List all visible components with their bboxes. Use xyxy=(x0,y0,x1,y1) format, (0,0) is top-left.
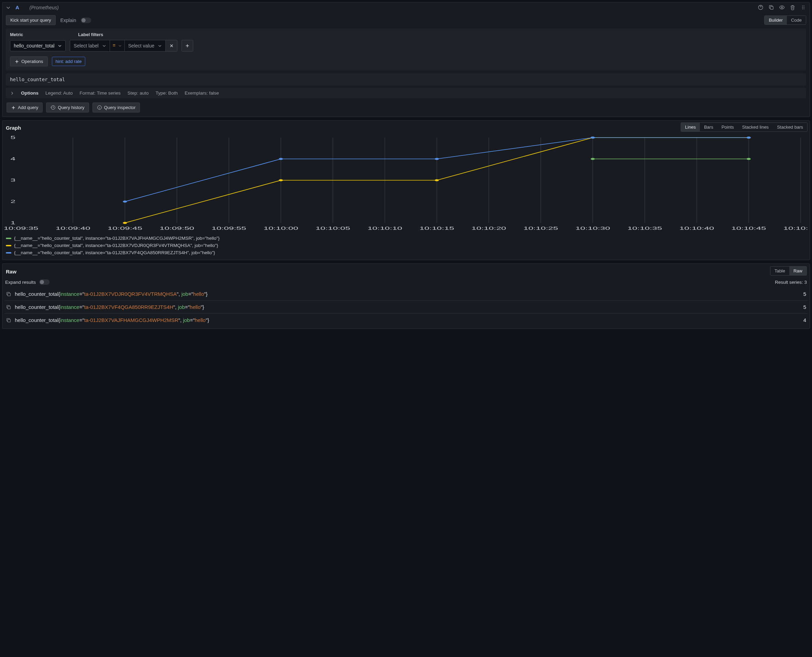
datasource-label: (Prometheus) xyxy=(29,5,59,10)
chevron-down-icon xyxy=(118,44,122,47)
svg-text:1: 1 xyxy=(11,220,16,225)
legend-swatch xyxy=(6,245,11,246)
svg-point-55 xyxy=(435,158,439,160)
graph-mode-segmented: LinesBarsPointsStacked linesStacked bars xyxy=(681,123,807,132)
explain-label: Explain xyxy=(61,17,76,23)
label-filters-heading: Label filters xyxy=(78,32,103,37)
svg-point-53 xyxy=(123,201,127,202)
svg-point-8 xyxy=(804,9,804,9)
legend-item[interactable]: {__name__="hello_counter_total", instanc… xyxy=(6,235,806,242)
svg-rect-1 xyxy=(770,6,773,9)
chevron-down-icon xyxy=(58,44,62,48)
expand-results-label: Expand results xyxy=(5,280,36,285)
expand-results-toggle[interactable] xyxy=(39,279,50,285)
raw-result-row: hello_counter_total{instance="ta-01J2BX7… xyxy=(5,288,807,300)
help-icon[interactable] xyxy=(758,5,764,10)
add-query-button[interactable]: Add query xyxy=(6,103,43,112)
query-options-row[interactable]: Options Legend: Auto Format: Time series… xyxy=(6,88,806,98)
chevron-right-icon xyxy=(10,91,14,95)
options-label: Options xyxy=(21,90,39,96)
svg-point-46 xyxy=(591,158,595,160)
plus-icon xyxy=(14,59,19,64)
hint-add-rate[interactable]: hint: add rate xyxy=(52,57,85,66)
kick-start-button[interactable]: Kick start your query xyxy=(6,15,56,25)
plus-icon xyxy=(185,44,190,48)
exemplars-option: Exemplars: false xyxy=(185,90,219,96)
svg-text:10:09:40: 10:09:40 xyxy=(56,226,90,231)
graph-mode-stacked-bars[interactable]: Stacked bars xyxy=(773,123,807,131)
label-key-select[interactable]: Select label xyxy=(70,40,110,51)
legend-label: {__name__="hello_counter_total", instanc… xyxy=(14,236,220,241)
svg-text:5: 5 xyxy=(11,135,16,140)
svg-text:10:10:45: 10:10:45 xyxy=(731,226,766,231)
eye-icon[interactable] xyxy=(779,5,785,10)
svg-point-3 xyxy=(802,6,803,6)
svg-text:10:10:20: 10:10:20 xyxy=(471,226,506,231)
visual-query-builder: Metric Label filters hello_counter_total… xyxy=(6,28,806,70)
mode-code[interactable]: Code xyxy=(787,16,806,25)
legend-item[interactable]: {__name__="hello_counter_total", instanc… xyxy=(6,242,806,249)
graph-mode-lines[interactable]: Lines xyxy=(681,123,700,131)
graph-mode-stacked-lines[interactable]: Stacked lines xyxy=(738,123,773,131)
svg-point-48 xyxy=(123,222,127,224)
svg-text:10:10:00: 10:10:00 xyxy=(263,226,298,231)
graph-mode-points[interactable]: Points xyxy=(717,123,738,131)
explain-toggle[interactable] xyxy=(81,17,91,23)
raw-mode-raw[interactable]: Raw xyxy=(789,266,806,275)
metric-select[interactable]: hello_counter_total xyxy=(10,40,66,51)
raw-result-row: hello_counter_total{instance="ta-01J2BX7… xyxy=(5,313,807,327)
svg-point-5 xyxy=(802,7,803,8)
graph-panel: Graph LinesBarsPointsStacked linesStacke… xyxy=(2,120,810,260)
copy-icon[interactable] xyxy=(769,5,774,10)
svg-text:10:10:35: 10:10:35 xyxy=(627,226,662,231)
svg-point-4 xyxy=(804,6,804,6)
copy-icon[interactable] xyxy=(6,318,11,323)
trash-icon[interactable] xyxy=(790,5,795,10)
label-filter-group: Select label = Select value xyxy=(70,40,177,51)
chart: 1234510:09:3510:09:4010:09:4510:09:5010:… xyxy=(5,135,807,232)
copy-icon[interactable] xyxy=(6,291,11,297)
raw-panel: Raw TableRaw Expand results Result serie… xyxy=(2,263,810,329)
svg-rect-59 xyxy=(8,306,10,309)
step-option: Step: auto xyxy=(127,90,149,96)
svg-text:10:09:55: 10:09:55 xyxy=(211,226,246,231)
svg-text:10:09:35: 10:09:35 xyxy=(5,226,38,231)
raw-mode-table[interactable]: Table xyxy=(770,266,789,275)
svg-text:3: 3 xyxy=(11,177,16,183)
drag-handle-icon[interactable] xyxy=(800,5,806,10)
raw-metric-expr: hello_counter_total{instance="ta-01J2BX7… xyxy=(15,304,204,310)
copy-icon[interactable] xyxy=(6,304,11,310)
result-series-count: Result series: 3 xyxy=(775,280,807,285)
operations-button[interactable]: Operations xyxy=(10,56,48,66)
raw-result-list: hello_counter_total{instance="ta-01J2BX7… xyxy=(2,288,810,328)
chevron-down-icon xyxy=(102,44,106,48)
raw-query-preview: hello_counter_total xyxy=(6,73,806,86)
svg-text:10:10:40: 10:10:40 xyxy=(679,226,714,231)
query-history-button[interactable]: Query history xyxy=(46,103,89,112)
metric-value: hello_counter_total xyxy=(14,43,54,48)
svg-point-49 xyxy=(279,179,283,181)
mode-builder[interactable]: Builder xyxy=(765,16,787,25)
svg-point-54 xyxy=(279,158,283,160)
svg-text:10:10:15: 10:10:15 xyxy=(419,226,454,231)
chart-legend: {__name__="hello_counter_total", instanc… xyxy=(2,233,810,260)
format-option: Format: Time series xyxy=(80,90,121,96)
svg-text:4: 4 xyxy=(11,156,16,161)
query-inspector-button[interactable]: Query inspector xyxy=(93,103,140,112)
svg-point-57 xyxy=(747,137,751,139)
svg-text:10:10:25: 10:10:25 xyxy=(523,226,558,231)
graph-mode-bars[interactable]: Bars xyxy=(700,123,717,131)
operator-select[interactable]: = xyxy=(110,40,124,51)
svg-point-56 xyxy=(591,137,595,139)
label-value-select[interactable]: Select value xyxy=(124,40,166,51)
legend-item[interactable]: {__name__="hello_counter_total", instanc… xyxy=(6,249,806,256)
add-filter-button[interactable] xyxy=(182,40,193,51)
chevron-down-icon[interactable] xyxy=(6,5,11,10)
remove-filter-button[interactable] xyxy=(166,40,177,51)
plus-icon xyxy=(11,105,16,110)
svg-point-47 xyxy=(747,158,751,160)
query-row-header: A (Prometheus) xyxy=(2,2,810,12)
svg-point-50 xyxy=(435,179,439,181)
query-panel: A (Prometheus) Kick start your query Exp… xyxy=(2,2,810,117)
query-toolbar: Kick start your query Explain Builder Co… xyxy=(6,12,806,28)
